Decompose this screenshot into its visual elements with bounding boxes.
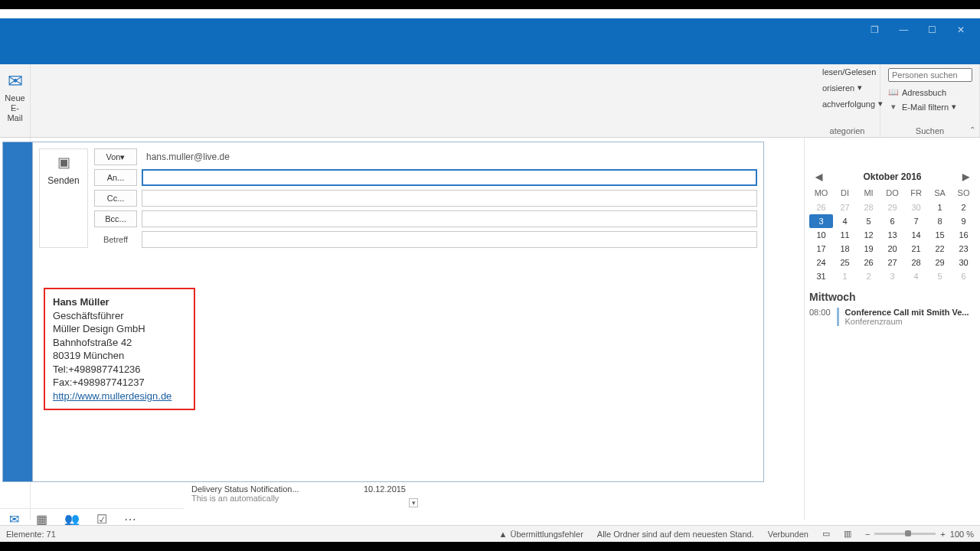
cal-day[interactable]: 1 bbox=[928, 201, 952, 214]
status-error[interactable]: Übermittlungsfehler bbox=[499, 530, 583, 539]
read-unread-button[interactable]: lesen/Gelesen bbox=[819, 66, 879, 78]
message-body[interactable]: Signaturen erstellen und bearbeiten Hans… bbox=[33, 254, 763, 481]
calendar-day-headers: MODIMIDOFRSASO bbox=[809, 188, 975, 197]
cc-button[interactable]: Cc... bbox=[94, 190, 137, 207]
from-dropdown[interactable]: Von ▾ bbox=[94, 148, 137, 165]
sig-role: Geschäftsführer bbox=[53, 309, 186, 323]
main-ribbon: ✉Neue E-Mail lesen/Gelesen orisieren ▾ a… bbox=[0, 64, 980, 138]
cal-day[interactable]: 27 bbox=[880, 256, 904, 269]
cal-day[interactable]: 3 bbox=[880, 269, 904, 283]
collapse-ribbon-caret[interactable]: ⌃ bbox=[969, 126, 975, 134]
calendar-month-label: Oktober 2016 bbox=[863, 171, 921, 182]
sig-name: Hans Müller bbox=[53, 295, 186, 309]
expand-caret[interactable]: ▾ bbox=[409, 498, 418, 507]
view-normal-icon[interactable]: ▭ bbox=[822, 529, 830, 539]
cal-day[interactable]: 29 bbox=[928, 256, 952, 269]
zoom-slider[interactable] bbox=[874, 533, 936, 535]
cal-day[interactable]: 6 bbox=[880, 214, 904, 228]
status-connection: Verbunden bbox=[768, 530, 808, 539]
tutorial-overlay: Signaturen erstellen und bearbeiten bbox=[33, 254, 763, 259]
msg-date: 10.12.2015 bbox=[364, 484, 406, 494]
cal-day[interactable]: 15 bbox=[928, 228, 952, 242]
people-search[interactable] bbox=[885, 66, 975, 84]
cal-day[interactable]: 29 bbox=[880, 201, 904, 214]
cal-day[interactable]: 28 bbox=[904, 256, 928, 269]
cal-day[interactable]: 26 bbox=[809, 201, 833, 214]
view-reading-icon[interactable]: ▥ bbox=[844, 529, 851, 539]
followup-button[interactable]: achverfolgung ▾ bbox=[819, 97, 886, 110]
main-titlebar: ❐ — ☐ ✕ bbox=[0, 18, 980, 41]
cal-day[interactable]: 14 bbox=[904, 228, 928, 242]
cal-day[interactable]: 22 bbox=[928, 242, 952, 256]
next-month-button[interactable]: ▶ bbox=[962, 171, 969, 182]
categories-group-label: ategorien bbox=[819, 126, 875, 137]
zoom-in-button[interactable]: + bbox=[940, 530, 945, 539]
bg-close-icon: ✕ bbox=[948, 24, 974, 35]
cal-day[interactable]: 2 bbox=[857, 269, 880, 283]
sig-url[interactable]: http://www.mullerdesign.de bbox=[53, 390, 172, 402]
funnel-icon: ▾ bbox=[888, 102, 899, 112]
categorize-button[interactable]: orisieren ▾ bbox=[819, 81, 865, 94]
cal-day[interactable]: 17 bbox=[809, 242, 833, 256]
people-search-input[interactable] bbox=[888, 68, 972, 82]
cal-day[interactable]: 21 bbox=[904, 242, 928, 256]
compose-window: ▣ Senden Von ▾ hans.muller@live.de An...… bbox=[32, 142, 764, 482]
send-button[interactable]: ▣ Senden bbox=[39, 148, 88, 248]
new-email-button[interactable]: ✉Neue E-Mail bbox=[5, 66, 25, 123]
cal-day[interactable]: 30 bbox=[904, 201, 928, 214]
subject-label: Betreff bbox=[94, 235, 137, 244]
bcc-button[interactable]: Bcc... bbox=[94, 210, 137, 227]
bcc-field[interactable] bbox=[142, 210, 757, 227]
cal-day[interactable]: 4 bbox=[833, 214, 857, 228]
cal-day[interactable]: 16 bbox=[952, 228, 975, 242]
cal-day[interactable]: 25 bbox=[833, 256, 857, 269]
cal-day[interactable]: 31 bbox=[809, 269, 833, 283]
send-icon: ▣ bbox=[57, 154, 70, 171]
cal-day[interactable]: 6 bbox=[952, 269, 975, 283]
cal-day[interactable]: 4 bbox=[904, 269, 928, 283]
cal-day[interactable]: 7 bbox=[904, 214, 928, 228]
zoom-control[interactable]: − + 100 % bbox=[865, 530, 974, 539]
cal-day[interactable]: 5 bbox=[857, 214, 880, 228]
sig-city: 80319 München bbox=[53, 349, 186, 363]
cc-field[interactable] bbox=[142, 190, 757, 207]
sig-fax: Fax:+498987741237 bbox=[53, 376, 186, 390]
cal-day[interactable]: 2 bbox=[952, 201, 975, 214]
from-address: hans.muller@live.de bbox=[142, 148, 757, 165]
status-sync: Alle Ordner sind auf dem neuesten Stand. bbox=[597, 530, 754, 539]
zoom-out-button[interactable]: − bbox=[865, 530, 870, 539]
cal-day[interactable]: 11 bbox=[833, 228, 857, 242]
cal-day[interactable]: 9 bbox=[952, 214, 975, 228]
agenda-day-header: Mittwoch bbox=[809, 289, 975, 305]
cal-day[interactable]: 13 bbox=[880, 228, 904, 242]
agenda-event[interactable]: 08:00 Conference Call mit Smith Ve... Ko… bbox=[809, 305, 975, 329]
to-field[interactable] bbox=[142, 169, 757, 186]
addressbook-button-2[interactable]: 📖Adressbuch bbox=[885, 86, 949, 99]
cal-day[interactable]: 24 bbox=[809, 256, 833, 269]
send-label: Senden bbox=[47, 175, 79, 186]
subject-field[interactable] bbox=[142, 231, 757, 248]
cal-day[interactable]: 8 bbox=[928, 214, 952, 228]
cal-day[interactable]: 23 bbox=[952, 242, 975, 256]
cal-day[interactable]: 18 bbox=[833, 242, 857, 256]
cal-day[interactable]: 1 bbox=[833, 269, 857, 283]
cal-day[interactable]: 20 bbox=[880, 242, 904, 256]
sig-tel: Tel:+498987741236 bbox=[53, 363, 186, 377]
prev-month-button[interactable]: ◀ bbox=[815, 171, 822, 182]
email-filter-button[interactable]: ▾E-Mail filtern ▾ bbox=[885, 100, 959, 113]
cal-day[interactable]: 27 bbox=[833, 201, 857, 214]
event-location: Konferenzraum bbox=[845, 317, 969, 326]
cal-day[interactable]: 10 bbox=[809, 228, 833, 242]
to-button[interactable]: An... bbox=[94, 169, 137, 186]
bg-maximize-icon: ☐ bbox=[920, 24, 946, 35]
cal-day[interactable]: 5 bbox=[928, 269, 952, 283]
cal-day[interactable]: 26 bbox=[857, 256, 880, 269]
cal-day[interactable]: 30 bbox=[952, 256, 975, 269]
cal-day[interactable]: 19 bbox=[857, 242, 880, 256]
cal-day-today[interactable]: 3 bbox=[809, 214, 833, 228]
cal-day[interactable]: 12 bbox=[857, 228, 880, 242]
msg-preview: This is an automatically bbox=[191, 494, 279, 503]
mail-icon: ✉ bbox=[8, 69, 23, 93]
cal-day[interactable]: 28 bbox=[857, 201, 880, 214]
message-list-fragment[interactable]: Delivery Status Notification... 10.12.20… bbox=[191, 484, 413, 503]
